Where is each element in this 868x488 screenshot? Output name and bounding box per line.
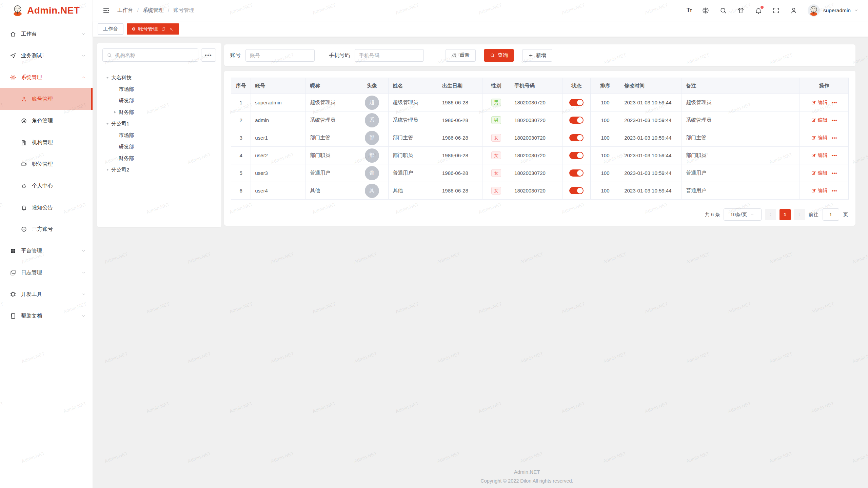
edit-button[interactable]: 编辑 xyxy=(811,170,828,176)
edit-button[interactable]: 编辑 xyxy=(811,135,828,141)
lock-user-icon[interactable] xyxy=(790,7,797,14)
cell-index: 4 xyxy=(231,147,251,164)
edit-button[interactable]: 编辑 xyxy=(811,187,828,194)
sidebar-item-position-mgmt[interactable]: 职位管理 xyxy=(0,153,93,175)
edit-button[interactable]: 编辑 xyxy=(811,117,828,123)
tab-工作台[interactable]: 工作台 xyxy=(98,23,123,35)
tree-node[interactable]: 分公司1 xyxy=(102,118,216,129)
tree-node-label: 分公司2 xyxy=(111,167,129,173)
tree-caret-icon[interactable] xyxy=(104,120,111,127)
tree-caret-icon[interactable] xyxy=(111,85,119,93)
cell-avatar: 部 xyxy=(355,129,389,147)
breadcrumb-item[interactable]: 工作台 xyxy=(117,7,133,14)
tree-caret-icon[interactable] xyxy=(111,131,119,139)
user-menu[interactable]: superadmin xyxy=(808,4,859,17)
tree-node[interactable]: 市场部 xyxy=(102,129,216,141)
sidebar-item-dev-tools[interactable]: 开发工具 xyxy=(0,283,93,305)
add-button[interactable]: 新增 xyxy=(522,49,552,62)
cell-gender: 男 xyxy=(482,94,510,111)
page-number-button[interactable]: 1 xyxy=(780,209,791,220)
cell-avatar: 系 xyxy=(355,111,389,129)
fullscreen-icon[interactable] xyxy=(772,7,780,14)
table-row: 3user1部门主管部部门主管1986-06-28女18020030720100… xyxy=(231,129,849,147)
sidebar-item-system-mgmt[interactable]: 系统管理 xyxy=(0,66,93,88)
sidebar-item-platform-mgmt[interactable]: 平台管理 xyxy=(0,240,93,262)
status-toggle[interactable] xyxy=(569,117,584,124)
cell-name: 系统管理员 xyxy=(389,111,438,129)
tree-caret-icon[interactable] xyxy=(111,143,119,150)
row-more-button[interactable]: ••• xyxy=(832,100,837,105)
sidebar-item-personal-center[interactable]: 个人中心 xyxy=(0,175,93,197)
goto-page-input[interactable] xyxy=(823,208,839,221)
cell-modified-time: 2023-01-03 10:59:44 xyxy=(620,111,682,129)
tree-node[interactable]: 分公司2 xyxy=(102,164,216,176)
sidebar-item-role-mgmt[interactable]: 角色管理 xyxy=(0,110,93,131)
breadcrumb-item[interactable]: 系统管理 xyxy=(143,7,164,14)
tree-node[interactable]: 市场部 xyxy=(102,83,216,95)
next-page-button[interactable] xyxy=(794,209,805,220)
sidebar-item-label: 系统管理 xyxy=(21,74,42,81)
sidebar-item-help-docs[interactable]: 帮助文档 xyxy=(0,305,93,327)
tab-账号管理[interactable]: 账号管理 xyxy=(127,23,179,35)
query-button[interactable]: 查询 xyxy=(484,49,514,62)
org-search-input[interactable] xyxy=(115,52,194,58)
row-more-button[interactable]: ••• xyxy=(832,188,837,193)
tree-node-label: 研发部 xyxy=(119,144,134,150)
tree-node[interactable]: 财务部 xyxy=(102,152,216,164)
sidebar-item-third-party-account[interactable]: 三方账号 xyxy=(0,218,93,240)
account-input[interactable] xyxy=(245,49,315,62)
status-toggle[interactable] xyxy=(569,152,584,159)
cell-account: user1 xyxy=(251,129,306,147)
cell-actions: 编辑••• xyxy=(800,164,849,182)
refresh-icon[interactable] xyxy=(161,27,166,32)
cell-gender: 女 xyxy=(482,129,510,147)
edit-button[interactable]: 编辑 xyxy=(811,99,828,106)
reset-button[interactable]: 重置 xyxy=(446,49,476,62)
cell-nickname: 超级管理员 xyxy=(306,94,355,111)
row-more-button[interactable]: ••• xyxy=(832,118,837,123)
cell-nickname: 系统管理员 xyxy=(306,111,355,129)
sidebar-item-label: 日志管理 xyxy=(21,269,42,276)
status-toggle[interactable] xyxy=(569,99,584,106)
username: superadmin xyxy=(823,7,851,14)
tree-caret-icon[interactable] xyxy=(111,108,119,116)
tree-node[interactable]: 研发部 xyxy=(102,141,216,152)
cell-birthdate: 1986-06-28 xyxy=(438,129,482,147)
tree-caret-icon[interactable] xyxy=(104,166,111,174)
org-more-button[interactable]: ••• xyxy=(201,48,216,62)
collapse-menu-icon[interactable] xyxy=(102,7,110,14)
cell-sort: 100 xyxy=(590,129,620,147)
language-icon[interactable] xyxy=(702,7,709,14)
status-toggle[interactable] xyxy=(569,187,584,194)
sidebar-item-org-mgmt[interactable]: 机构管理 xyxy=(0,131,93,153)
font-size-icon[interactable]: Tт xyxy=(687,7,692,14)
column-header: 手机号码 xyxy=(510,78,563,94)
sidebar-item-account-mgmt[interactable]: 账号管理 xyxy=(0,88,93,110)
chevron-down-icon xyxy=(81,32,86,36)
sidebar-item-business-test[interactable]: 业务测试 xyxy=(0,45,93,66)
prev-page-button[interactable] xyxy=(765,209,776,220)
sidebar-item-notice[interactable]: 通知公告 xyxy=(0,197,93,218)
status-toggle[interactable] xyxy=(569,169,584,177)
row-more-button[interactable]: ••• xyxy=(832,153,837,158)
search-icon[interactable] xyxy=(719,7,727,14)
org-tree-panel: ••• 大名科技市场部研发部财务部分公司1市场部研发部财务部分公司2 xyxy=(97,43,221,227)
phone-input[interactable] xyxy=(355,49,424,62)
close-icon[interactable] xyxy=(169,27,174,32)
tree-caret-icon[interactable] xyxy=(111,97,119,104)
table-body: 1superadmin超级管理员超超级管理员1986-06-28男1802003… xyxy=(231,94,849,200)
theme-icon[interactable] xyxy=(737,7,745,14)
tree-node[interactable]: 研发部 xyxy=(102,95,216,106)
tree-node[interactable]: 财务部 xyxy=(102,106,216,118)
status-toggle[interactable] xyxy=(569,134,584,141)
sidebar-item-workbench[interactable]: 工作台 xyxy=(0,23,93,45)
tree-caret-icon[interactable] xyxy=(111,155,119,162)
row-more-button[interactable]: ••• xyxy=(832,170,837,176)
tree-node[interactable]: 大名科技 xyxy=(102,72,216,83)
edit-button[interactable]: 编辑 xyxy=(811,152,828,159)
sidebar-item-log-mgmt[interactable]: 日志管理 xyxy=(0,262,93,283)
row-more-button[interactable]: ••• xyxy=(832,135,837,140)
notification-icon[interactable] xyxy=(755,7,762,14)
tree-caret-icon[interactable] xyxy=(104,74,111,81)
page-size-select[interactable]: 10条/页 xyxy=(724,208,762,221)
